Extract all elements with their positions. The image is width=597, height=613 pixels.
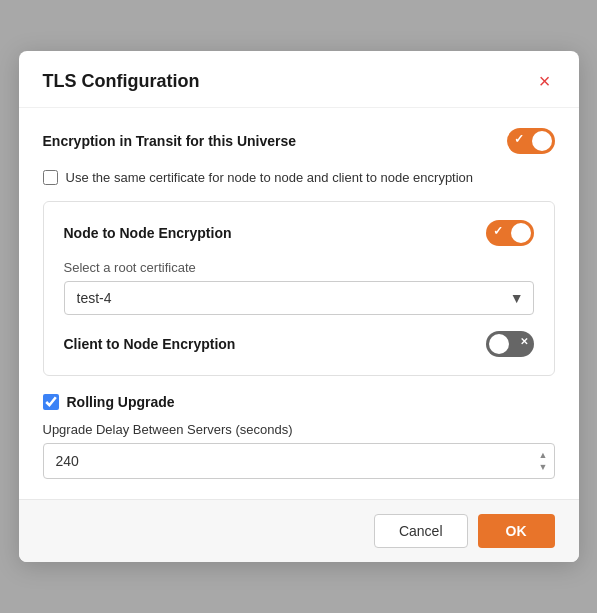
modal-overlay: TLS Configuration × Encryption in Transi… — [0, 0, 597, 613]
close-button[interactable]: × — [535, 69, 555, 93]
spinner-up-button[interactable]: ▲ — [536, 450, 551, 461]
encryption-transit-row: Encryption in Transit for this Universe — [43, 128, 555, 154]
client-to-node-toggle[interactable] — [486, 331, 534, 357]
modal-header: TLS Configuration × — [19, 51, 579, 108]
tls-config-modal: TLS Configuration × Encryption in Transi… — [19, 51, 579, 562]
upgrade-delay-section: Upgrade Delay Between Servers (seconds) … — [43, 422, 555, 479]
node-to-node-row: Node to Node Encryption — [64, 220, 534, 246]
node-to-node-slider — [486, 220, 534, 246]
client-to-node-row: Client to Node Encryption — [64, 331, 534, 357]
same-cert-checkbox[interactable] — [43, 170, 58, 185]
cancel-button[interactable]: Cancel — [374, 514, 468, 548]
rolling-upgrade-checkbox[interactable] — [43, 394, 59, 410]
upgrade-delay-label: Upgrade Delay Between Servers (seconds) — [43, 422, 555, 437]
client-to-node-slider — [486, 331, 534, 357]
encryption-transit-toggle[interactable] — [507, 128, 555, 154]
encryption-transit-slider — [507, 128, 555, 154]
select-cert-dropdown[interactable]: test-4 test-1 test-2 test-3 — [64, 281, 534, 315]
node-to-node-toggle[interactable] — [486, 220, 534, 246]
same-cert-label: Use the same certificate for node to nod… — [66, 170, 474, 185]
select-cert-wrapper: Select a root certificate test-4 test-1 … — [64, 260, 534, 315]
ok-button[interactable]: OK — [478, 514, 555, 548]
node-to-node-label: Node to Node Encryption — [64, 225, 232, 241]
rolling-upgrade-row: Rolling Upgrade — [43, 394, 555, 410]
modal-footer: Cancel OK — [19, 499, 579, 562]
modal-title: TLS Configuration — [43, 71, 200, 92]
rolling-upgrade-label: Rolling Upgrade — [67, 394, 175, 410]
encryption-transit-label: Encryption in Transit for this Universe — [43, 133, 297, 149]
upgrade-delay-wrapper: ▲ ▼ — [43, 443, 555, 479]
number-spinner: ▲ ▼ — [536, 450, 551, 473]
same-cert-row: Use the same certificate for node to nod… — [43, 170, 555, 185]
select-cert-dropdown-wrapper: test-4 test-1 test-2 test-3 ▼ — [64, 281, 534, 315]
select-cert-label: Select a root certificate — [64, 260, 534, 275]
modal-body: Encryption in Transit for this Universe … — [19, 108, 579, 499]
client-to-node-label: Client to Node Encryption — [64, 336, 236, 352]
inner-card: Node to Node Encryption Select a root ce… — [43, 201, 555, 376]
upgrade-delay-input[interactable] — [43, 443, 555, 479]
spinner-down-button[interactable]: ▼ — [536, 462, 551, 473]
